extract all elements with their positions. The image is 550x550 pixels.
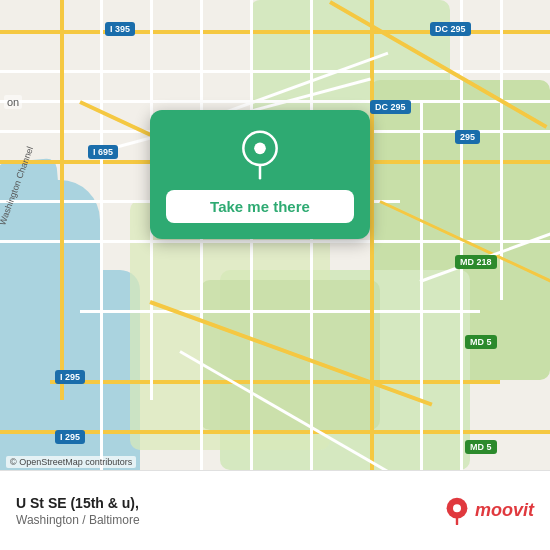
location-name-main: U St SE (15th & u), xyxy=(16,495,139,511)
highway-badge-md5-2: MD 5 xyxy=(465,440,497,454)
highway-badge-i695: I 695 xyxy=(88,145,118,159)
location-text: U St SE (15th & u), Washington / Baltimo… xyxy=(16,495,443,527)
road xyxy=(460,0,463,550)
moovit-brand-text: moovit xyxy=(475,500,534,521)
svg-point-1 xyxy=(254,143,266,155)
location-pin-icon xyxy=(235,130,285,180)
moovit-pin-icon xyxy=(443,497,471,525)
svg-point-3 xyxy=(453,504,461,512)
bottom-bar: U St SE (15th & u), Washington / Baltimo… xyxy=(0,470,550,550)
highway-badge-i295-1: I 295 xyxy=(55,370,85,384)
location-region: Washington / Baltimore xyxy=(16,513,443,527)
popup-card: Take me there xyxy=(150,110,370,239)
map-attribution: © OpenStreetMap contributors xyxy=(6,456,136,468)
highway-badge-i395: I 395 xyxy=(105,22,135,36)
road xyxy=(370,0,374,550)
highway-badge-dc295-1: DC 295 xyxy=(430,22,471,36)
road xyxy=(60,0,64,400)
moovit-logo: moovit xyxy=(443,497,534,525)
road xyxy=(50,380,500,384)
road xyxy=(0,70,550,73)
take-me-there-button[interactable]: Take me there xyxy=(166,190,354,223)
highway-badge-md218: MD 218 xyxy=(455,255,497,269)
location-name: U St SE (15th & u), xyxy=(16,495,443,511)
highway-badge-295: 295 xyxy=(455,130,480,144)
highway-badge-md5-1: MD 5 xyxy=(465,335,497,349)
highway-badge-i295-2: I 295 xyxy=(55,430,85,444)
road xyxy=(250,0,253,550)
road xyxy=(500,0,503,300)
map-container: I 395 DC 295 I 695 DC 295 295 I 295 I 29… xyxy=(0,0,550,550)
road xyxy=(200,0,203,550)
dc-label: on xyxy=(4,95,22,109)
highway-badge-dc295-2: DC 295 xyxy=(370,100,411,114)
